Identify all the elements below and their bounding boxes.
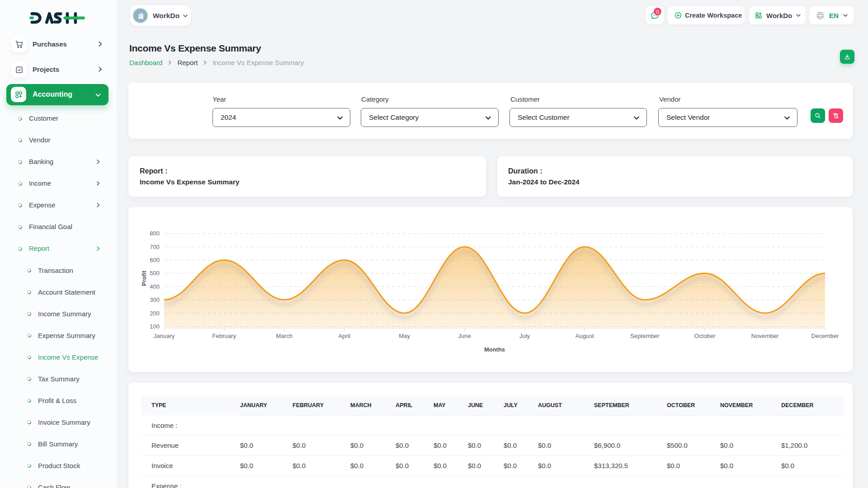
svg-text:November: November xyxy=(751,333,779,339)
svg-text:March: March xyxy=(276,333,292,339)
svg-text:Months: Months xyxy=(484,346,505,353)
svg-text:800: 800 xyxy=(150,230,160,237)
svg-text:June: June xyxy=(458,333,471,339)
svg-text:700: 700 xyxy=(150,244,160,250)
svg-text:600: 600 xyxy=(150,257,160,263)
svg-text:October: October xyxy=(694,333,716,339)
svg-text:January: January xyxy=(154,333,175,339)
svg-text:500: 500 xyxy=(150,270,160,277)
svg-text:100: 100 xyxy=(150,323,160,330)
svg-text:February: February xyxy=(212,333,236,339)
svg-text:July: July xyxy=(519,333,530,339)
svg-text:May: May xyxy=(399,333,410,339)
svg-text:400: 400 xyxy=(150,283,160,290)
svg-text:September: September xyxy=(630,333,660,339)
svg-text:August: August xyxy=(576,333,594,339)
svg-text:Profit: Profit xyxy=(141,270,147,286)
svg-text:300: 300 xyxy=(150,296,160,303)
svg-text:200: 200 xyxy=(150,310,160,317)
svg-text:April: April xyxy=(339,333,350,339)
svg-text:December: December xyxy=(811,333,839,339)
